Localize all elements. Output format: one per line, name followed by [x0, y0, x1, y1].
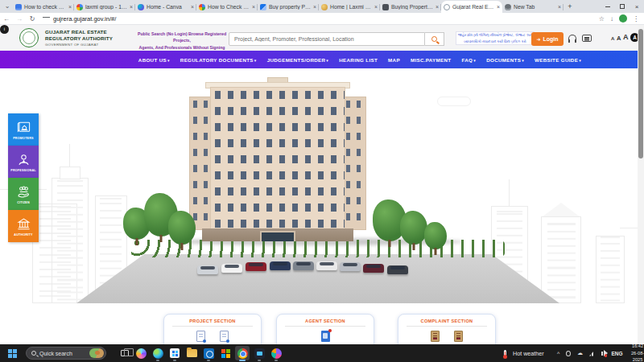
building — [189, 87, 366, 241]
window-close-button[interactable]: × — [630, 0, 644, 13]
nav-website-guide[interactable]: WEBSITE GUIDE▾ — [535, 57, 581, 63]
tray-chevron-up-icon[interactable]: ^ — [557, 351, 559, 356]
tray-ring-icon[interactable] — [566, 351, 571, 356]
login-arrow-icon: ➜ — [536, 36, 540, 42]
close-icon[interactable]: × — [556, 4, 561, 10]
tab-5[interactable]: Buy property Photo × — [258, 1, 319, 13]
profile-avatar[interactable] — [619, 14, 627, 23]
font-size-small-button[interactable]: A — [611, 36, 614, 41]
new-tab-button[interactable]: + — [565, 2, 575, 11]
store-button[interactable] — [167, 346, 182, 360]
tab-8-active[interactable]: Gujarat Real Estate R × — [441, 1, 502, 13]
close-icon[interactable]: × — [434, 4, 439, 10]
close-icon[interactable]: × — [189, 4, 194, 10]
dark-app-button[interactable] — [252, 346, 266, 360]
tab-4[interactable]: How to Check Gujar × — [196, 1, 258, 13]
close-icon[interactable]: × — [495, 4, 500, 10]
parked-car — [270, 261, 291, 270]
copilot-icon — [136, 348, 147, 359]
complaint-status-icon[interactable] — [454, 331, 463, 342]
chrome-icon — [237, 348, 248, 359]
search-button[interactable] — [425, 32, 444, 46]
project-section-card[interactable]: PROJECT SECTION — [163, 314, 262, 344]
close-icon[interactable]: × — [312, 4, 316, 10]
nav-about-us[interactable]: ABOUT US▾ — [138, 57, 170, 63]
nav-faq[interactable]: FAQ▾ — [462, 57, 477, 63]
login-button[interactable]: ➜ Login — [531, 32, 564, 46]
browser-menu-icon[interactable]: ⋮ — [633, 15, 639, 23]
taskbar-search-placeholder: Quick search — [39, 351, 86, 356]
favicon-document — [15, 4, 22, 10]
sidebar-item-professional[interactable]: PROFESSIONAL — [8, 146, 39, 178]
close-icon[interactable]: × — [67, 4, 72, 10]
screen-reader-icon[interactable] — [582, 35, 592, 42]
agent-section-card[interactable]: AGENT SECTION — [276, 314, 374, 344]
search-icon — [431, 36, 437, 42]
nav-documents[interactable]: DOCUMENTS▾ — [486, 57, 524, 63]
window-minimize-button[interactable] — [601, 0, 615, 13]
tab-9[interactable]: New Tab × — [502, 1, 564, 13]
bookmark-star-icon[interactable]: ☆ — [599, 15, 605, 23]
tab-search-chevron-icon[interactable]: ⌄ — [3, 2, 11, 10]
sidebar-item-authority[interactable]: AUTHORITY — [8, 210, 39, 242]
project-list-icon[interactable] — [196, 331, 205, 342]
outlook-button[interactable] — [201, 346, 216, 360]
chevron-down-icon: ▾ — [167, 58, 170, 63]
language-indicator[interactable]: ENG — [611, 351, 622, 356]
window-maximize-button[interactable] — [615, 0, 630, 13]
headphones-support-icon[interactable] — [568, 35, 576, 40]
parked-car — [246, 262, 266, 271]
clock[interactable]: 16:42 26-08-2025 — [630, 343, 644, 362]
start-button[interactable] — [8, 344, 12, 362]
sidebar-item-citizen[interactable]: CITIZEN — [8, 178, 39, 210]
tab-title: How to Check Gujar — [208, 4, 250, 10]
complaint-section-card[interactable]: COMPLAINT SECTION — [398, 314, 496, 344]
parked-car — [363, 264, 384, 273]
blueprint-icon — [16, 120, 31, 135]
nav-map[interactable]: MAP — [388, 57, 400, 63]
font-size-medium-button[interactable]: A — [617, 35, 621, 42]
page-scrollbar-track[interactable] — [638, 25, 644, 344]
edge-button[interactable] — [151, 346, 165, 360]
task-view-button[interactable] — [118, 346, 132, 360]
parked-car — [293, 261, 314, 270]
sidebar-item-promoters[interactable]: PROMOTERS — [8, 113, 39, 146]
task-view-icon — [121, 350, 129, 356]
card-title: PROJECT SECTION — [164, 319, 261, 323]
nav-judgements-order[interactable]: JUDGEMENTS/ORDER▾ — [267, 57, 329, 63]
close-icon[interactable]: × — [128, 4, 133, 10]
complaint-form-icon[interactable] — [431, 331, 440, 342]
download-icon[interactable]: ↓ — [610, 15, 613, 23]
m365-button[interactable] — [218, 346, 233, 360]
accessibility-icon[interactable]: i — [0, 25, 9, 34]
nav-hearing-list[interactable]: HEARING LIST — [339, 57, 378, 63]
back-icon[interactable]: ← — [0, 15, 13, 23]
site-search-input[interactable] — [229, 32, 425, 46]
taskbar-search-box[interactable]: Quick search — [26, 347, 106, 360]
close-icon[interactable]: × — [373, 4, 378, 10]
tab-1[interactable]: How to check RERA × — [13, 1, 74, 13]
nav-misc-payment[interactable]: MISC.PAYMENT — [411, 57, 452, 63]
agent-directory-icon[interactable] — [321, 331, 330, 342]
tab-6[interactable]: Home | Laxmi Gold × — [319, 1, 380, 13]
volume-muted-icon[interactable] — [601, 352, 604, 356]
chrome-button-active[interactable] — [235, 346, 250, 360]
refresh-icon[interactable]: ↻ — [26, 15, 39, 23]
nav-regulatory-documents[interactable]: REGULATORY DOCUMENTS▾ — [180, 57, 257, 63]
onedrive-cloud-icon[interactable]: ☁ — [577, 350, 583, 356]
file-explorer-button[interactable] — [184, 346, 199, 360]
tab-3[interactable]: Home - Canva × — [135, 1, 196, 13]
weather-widget[interactable]: Hot weather — [504, 344, 544, 362]
site-info-icon[interactable] — [42, 15, 50, 22]
forward-icon[interactable]: → — [13, 15, 26, 23]
project-details-icon[interactable] — [220, 331, 229, 342]
tab-7[interactable]: Buying Property Pict × — [380, 1, 441, 13]
url-text[interactable]: gujrera.gujarat.gov.in/#/ — [53, 15, 116, 23]
colorful-app-button[interactable] — [269, 346, 283, 360]
page-scrollbar-thumb[interactable] — [638, 29, 643, 158]
font-size-large-button[interactable]: A — [623, 33, 629, 41]
tab-2[interactable]: laxmi group - 1280 × — [74, 1, 135, 13]
copilot-button[interactable] — [134, 346, 148, 360]
close-icon[interactable]: × — [250, 4, 255, 10]
network-icon[interactable] — [589, 351, 595, 356]
